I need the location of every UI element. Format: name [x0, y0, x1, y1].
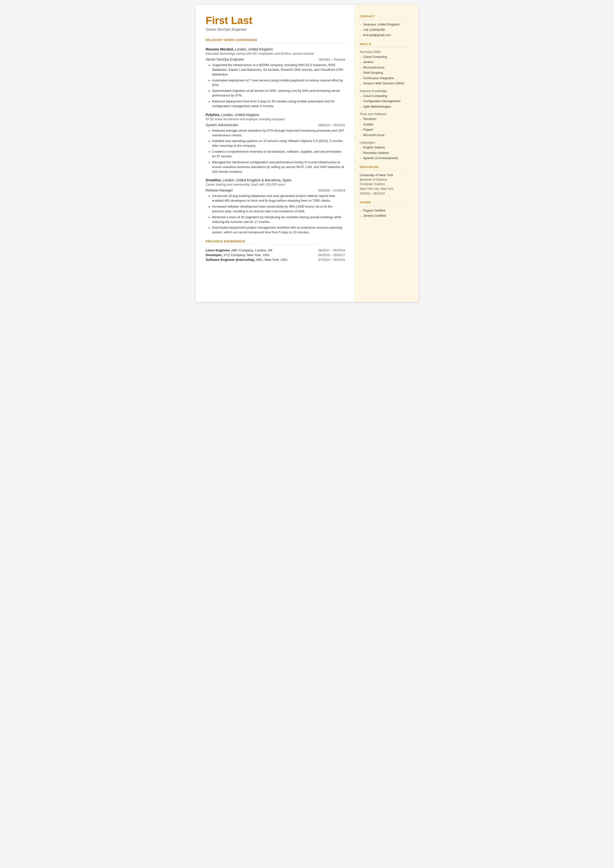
- other-item-2: Jenkins Certified: [360, 214, 413, 218]
- prev-job-2-dates: 06/2016 – 05/2017: [318, 253, 345, 257]
- job-2-bullets: Reduced average server downtime by 67% t…: [208, 129, 345, 174]
- job-1-row: Senior DevOps Engineer 06/2021 – Present: [206, 57, 345, 61]
- job-2-bullet-2: Installed new operating systems on 33 se…: [208, 139, 345, 148]
- skills-section-title: SKILLS: [360, 43, 413, 45]
- industry-skills-label: Industry Knowledge:: [360, 89, 413, 93]
- employer-1-location: London, United Kingdom: [234, 47, 273, 51]
- contact-location: Swansea, United Kingdom: [360, 23, 413, 27]
- prev-job-1-title: Linux Engineer, ABC Company, London, UK: [206, 248, 273, 252]
- employer-2-name: Polyhire,: [206, 113, 220, 117]
- left-column: First Last Senior DevOps Engineer RELEVA…: [196, 5, 354, 302]
- education-section: EDUCATION University of New York Bachelo…: [360, 166, 413, 196]
- prev-job-2-row: Developer, XYZ Company, New York, USA 06…: [206, 253, 345, 257]
- edu-school-name: University of New York: [360, 173, 413, 177]
- contact-section-title: CONTACT: [360, 15, 413, 18]
- technical-skills-label: Technical Skills:: [360, 50, 413, 54]
- job-1-bullet-1: Supported the infrastructure of a $200M …: [208, 63, 345, 77]
- contact-divider: [360, 19, 413, 20]
- contact-email: first.last@gmail.com: [360, 33, 413, 37]
- job-2-bullet-4: Managed the client/server configuration …: [208, 160, 345, 174]
- job-1-title: Senior DevOps Engineer: [206, 57, 244, 61]
- skills-section: SKILLS Technical Skills: Cloud Computing…: [360, 43, 413, 161]
- job-3-row: Release Manager 06/2018 – 07/2019: [206, 188, 345, 192]
- job-2-bullet-1: Reduced average server downtime by 67% t…: [208, 129, 345, 138]
- job-1-bullet-4: Reduced deployment time from 4 days to 3…: [208, 99, 345, 109]
- tool-skill-4: Microsoft Azure: [360, 133, 413, 138]
- prev-job-3-dates: 07/2014 – 05/2015: [318, 258, 345, 262]
- other-section-title: OTHER: [360, 201, 413, 204]
- tools-skills-label: Tools and Software:: [360, 112, 413, 116]
- job-2-bullet-3: Created a comprehensive inventory of all…: [208, 149, 345, 159]
- resume-container: First Last Senior DevOps Engineer RELEVA…: [196, 5, 419, 302]
- prev-job-2-title: Developer, XYZ Company, New York, USA: [206, 253, 270, 257]
- candidate-name: First Last: [206, 15, 345, 26]
- tech-skill-5: Continuous Integration: [360, 76, 413, 81]
- job-2-row: System Administrator 08/2019 – 05/2021: [206, 123, 345, 127]
- employer-2-header: Polyhire, London, United Kingdom: [206, 113, 345, 117]
- employer-3-name: Growthsi,: [206, 178, 222, 182]
- work-experience-section-title: RELEVANT WORK EXPERIENCE: [206, 38, 345, 42]
- employer-1-name: Resume Worded,: [206, 47, 234, 51]
- tool-skill-1: Terraform: [360, 117, 413, 121]
- job-3-bullets: Introduced 19 bug-tracking databases and…: [208, 194, 345, 235]
- job-1-dates: 06/2021 – Present: [319, 57, 345, 61]
- industry-skill-1: Cloud Computing: [360, 94, 413, 98]
- other-item-1: Puppet Certified: [360, 209, 413, 213]
- contact-section: CONTACT Swansea, United Kingdom +44 1234…: [360, 15, 413, 37]
- other-list: Puppet Certified Jenkins Certified: [360, 209, 413, 218]
- tech-skill-2: Jenkins: [360, 60, 413, 65]
- contact-phone: +44 123456789: [360, 28, 413, 33]
- tools-skills-list: Terraform Ansible Puppet Microsoft Azure: [360, 117, 413, 137]
- job-3-bullet-2: Increased software development team prod…: [208, 204, 345, 214]
- previous-experience-section-title: PREVIOUS EXPERIENCE: [206, 240, 345, 243]
- education-divider: [360, 170, 413, 170]
- tech-skill-4: Shell Scripting: [360, 71, 413, 75]
- job-3-dates: 06/2018 – 07/2019: [318, 189, 345, 192]
- employer-3-desc: Career training and membership SaaS with…: [206, 183, 345, 186]
- job-1-bullet-2: Automated deployment of 7 new servers us…: [208, 78, 345, 88]
- skills-divider: [360, 47, 413, 47]
- employer-3-location: London, United Kingdom & Barcelona, Spai…: [222, 178, 291, 182]
- tech-skill-6: Amazon Web Services (AWS): [360, 81, 413, 86]
- previous-experience-divider: [206, 245, 345, 245]
- industry-skill-2: Configuration Management: [360, 99, 413, 104]
- edu-location: New York City, New York: [360, 186, 413, 191]
- edu-degree: Bachelor of Science: [360, 177, 413, 182]
- languages-list: English (Native) Romanian (Native) Spani…: [360, 146, 413, 161]
- technical-skills-list: Cloud Computing Jenkins Microsoft Azure …: [360, 55, 413, 86]
- education-section-title: EDUCATION: [360, 166, 413, 169]
- edu-field: Computer Science: [360, 182, 413, 186]
- job-3-bullet-4: Overhauled department project management…: [208, 225, 345, 235]
- prev-job-1-dates: 06/2017 – 05/2018: [318, 248, 345, 252]
- industry-skill-3: Agile Methodologies: [360, 105, 413, 109]
- tech-skill-1: Cloud Computing: [360, 55, 413, 59]
- employer-2-location: London, United Kingdom: [220, 113, 259, 117]
- languages-label: Languages:: [360, 141, 413, 144]
- prev-job-3-row: Software Engineer (Internship), ABC, New…: [206, 258, 345, 262]
- language-1: English (Native): [360, 146, 413, 150]
- prev-job-3-title: Software Engineer (Internship), ABC, New…: [206, 258, 288, 262]
- tool-skill-2: Ansible: [360, 123, 413, 127]
- job-3-bullet-3: Mentored a team of 35 engineers by intro…: [208, 215, 345, 224]
- employer-1-desc: Education technology startup with 50+ em…: [206, 52, 345, 56]
- language-2: Romanian (Native): [360, 151, 413, 155]
- prev-job-1-row: Linux Engineer, ABC Company, London, UK …: [206, 248, 345, 252]
- contact-list: Swansea, United Kingdom +44 123456789 fi…: [360, 23, 413, 37]
- employer-2-desc: NYSE-listed recruitment and employer bra…: [206, 118, 345, 121]
- right-column: CONTACT Swansea, United Kingdom +44 1234…: [354, 5, 419, 302]
- other-section: OTHER Puppet Certified Jenkins Certified: [360, 201, 413, 218]
- tool-skill-3: Puppet: [360, 128, 413, 132]
- employer-3-header: Growthsi, London, United Kingdom & Barce…: [206, 178, 345, 182]
- industry-skills-list: Cloud Computing Configuration Management…: [360, 94, 413, 109]
- job-2-dates: 08/2019 – 05/2021: [318, 123, 345, 127]
- employer-1-header: Resume Worded, London, United Kingdom: [206, 47, 345, 51]
- job-2-title: System Administrator: [206, 123, 239, 127]
- language-3: Spanish (Conversational): [360, 156, 413, 161]
- job-1-bullets: Supported the infrastructure of a $200M …: [208, 63, 345, 109]
- job-3-title: Release Manager: [206, 188, 233, 192]
- edu-dates: 10/2011 - 06/2014: [360, 191, 413, 196]
- candidate-title: Senior DevOps Engineer: [206, 27, 345, 31]
- other-divider: [360, 205, 413, 206]
- job-3-bullet-1: Introduced 19 bug-tracking databases and…: [208, 194, 345, 203]
- job-1-bullet-3: Spearheaded migration of all servers to …: [208, 89, 345, 98]
